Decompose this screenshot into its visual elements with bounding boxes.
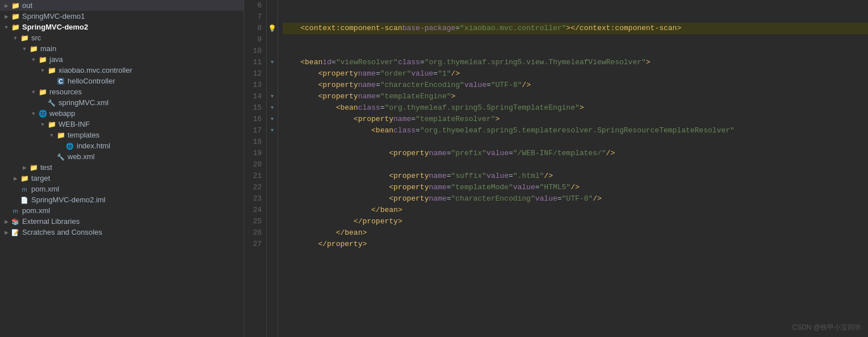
code-line-22: <property name="templateMode" value="HTM… (283, 182, 868, 193)
gutter-item-22 (267, 182, 278, 193)
label-webapp: webapp (49, 109, 244, 118)
line-num-13: 13 (249, 80, 262, 91)
tree-item-test[interactable]: ▶ 📁 test (0, 162, 244, 173)
line-num-6: 6 (249, 0, 262, 11)
code-line-25: </property> (283, 216, 868, 227)
label-resources: resources (49, 88, 244, 96)
tree-item-hello[interactable]: C helloController (0, 76, 244, 86)
arrow-springmvc-demo2: ▼ (2, 24, 10, 30)
code-line-15: <bean class="org.thymeleaf.spring5.Sprin… (283, 102, 868, 114)
gutter-item-24 (267, 205, 278, 216)
arrow-scratches: ▶ (2, 230, 10, 235)
tree-item-pom2[interactable]: m pom.xml (0, 184, 244, 194)
label-springmvc-xml: springMVC.xml (58, 98, 244, 107)
arrow-resources: ▼ (30, 89, 37, 95)
tree-item-out[interactable]: ▶ 📁 out (0, 0, 244, 11)
arrow-main: ▼ (20, 46, 28, 52)
arrow-test: ▶ (20, 165, 28, 170)
label-scratches: Scratches and Consoles (22, 228, 244, 236)
arrow-controller: ▼ (39, 68, 47, 73)
line-num-12: 12 (249, 68, 262, 80)
icon-test: 📁 (28, 164, 39, 172)
arrow-java: ▼ (30, 57, 37, 63)
label-webinf: WEB-INF (58, 120, 244, 128)
code-line-17: <bean class="org.thymeleaf.spring5.templ… (283, 125, 868, 136)
code-line-23: <property name="characterEncoding" value… (283, 193, 868, 205)
line-num-10: 10 (249, 45, 262, 57)
tree-item-extlibs[interactable]: ▶ 📚 External Libraries (0, 216, 244, 227)
tree-item-webinf[interactable]: ▼ 📁 WEB-INF (0, 119, 244, 130)
gutter-item-15: ▼ (267, 102, 278, 114)
gutter-item-8: 💡 (267, 23, 278, 34)
code-line-13: <property name="characterEncoding" value… (283, 80, 868, 91)
icon-controller: 📁 (47, 66, 57, 74)
code-line-27: </property> (283, 239, 868, 250)
label-springmvc-demo1: SpringMVC-demo1 (22, 12, 244, 20)
line-num-22: 22 (249, 182, 262, 193)
arrow-out: ▶ (2, 3, 10, 9)
code-line-18 (283, 136, 868, 148)
line-num-23: 23 (249, 193, 262, 205)
arrow-webinf: ▼ (39, 122, 47, 127)
icon-springmvc-demo1: 📁 (10, 13, 20, 20)
icon-resources: 📁 (37, 88, 48, 96)
icon-pom2: m (19, 185, 30, 193)
code-line-21: <property name="suffix" value=".html"/> (283, 170, 868, 182)
gutter-item-25 (267, 216, 278, 227)
tree-item-templates[interactable]: ▼ 📁 templates (0, 130, 244, 140)
icon-springmvc-demo2: 📁 (10, 23, 20, 31)
gutter-item-13 (267, 80, 278, 91)
icon-out: 📁 (10, 2, 20, 10)
gutter-item-20 (267, 159, 278, 170)
line-num-7: 7 (249, 11, 262, 23)
code-line-7 (283, 11, 868, 23)
tree-item-java[interactable]: ▼ 📁 java (0, 54, 244, 65)
code-line-6 (283, 0, 868, 11)
tree-item-main[interactable]: ▼ 📁 main (0, 43, 244, 54)
icon-web-xml: 🔧 (56, 153, 66, 161)
line-num-14: 14 (249, 91, 262, 102)
gutter-item-27 (267, 239, 278, 250)
gutter-item-12 (267, 68, 278, 80)
icon-templates: 📁 (56, 131, 66, 139)
label-hello: helloController (68, 77, 244, 85)
tree-item-controller[interactable]: ▼ 📁 xiaobao.mvc.controller (0, 65, 244, 76)
label-out: out (22, 1, 244, 10)
tree-item-scratches[interactable]: ▶ 📝 Scratches and Consoles (0, 227, 244, 238)
tree-item-pom1[interactable]: m pom.xml (0, 205, 244, 216)
code-line-9 (283, 34, 868, 45)
gutter-item-16: ▼ (267, 114, 278, 125)
line-num-11: 11 (249, 57, 262, 68)
tree-item-iml[interactable]: 📄 SpringMVC-demo2.iml (0, 194, 244, 205)
tree-item-src[interactable]: ▼ 📁 src (0, 32, 244, 43)
label-target: target (31, 174, 244, 182)
line-num-16: 16 (249, 114, 262, 125)
arrow-target: ▶ (11, 176, 19, 181)
tree-item-springmvc-demo2[interactable]: ▼ 📁 SpringMVC-demo2 (0, 22, 244, 32)
arrow-springmvc-demo1: ▶ (2, 14, 10, 19)
tree-item-springmvc-xml[interactable]: 🔧 springMVC.xml (0, 97, 244, 108)
tree-item-resources[interactable]: ▼ 📁 resources (0, 86, 244, 97)
tree-item-target[interactable]: ▶ 📁 target (0, 173, 244, 184)
gutter-item-6 (267, 0, 278, 11)
line-num-9: 9 (249, 34, 262, 45)
label-pom1: pom.xml (22, 206, 244, 215)
icon-springmvc-xml: 🔧 (47, 99, 57, 107)
label-controller: xiaobao.mvc.controller (58, 66, 244, 74)
tree-item-index-html[interactable]: 🌐 index.html (0, 140, 244, 151)
icon-hello: C (56, 77, 66, 85)
code-line-14: <property name="templateEngine"> (283, 91, 868, 102)
label-test: test (40, 163, 244, 172)
icon-src: 📁 (19, 34, 30, 42)
tree-item-webapp[interactable]: ▼ 🌐 webapp (0, 108, 244, 119)
gutter-item-19 (267, 148, 278, 159)
gutter-item-18 (267, 136, 278, 148)
icon-scratches: 📝 (10, 228, 20, 236)
gutter-item-9 (267, 34, 278, 45)
tree-item-springmvc-demo1[interactable]: ▶ 📁 SpringMVC-demo1 (0, 11, 244, 22)
label-templates: templates (68, 131, 244, 139)
label-iml: SpringMVC-demo2.iml (31, 195, 244, 204)
line-num-24: 24 (249, 205, 262, 216)
tree-item-web-xml[interactable]: 🔧 web.xml (0, 151, 244, 162)
line-num-18: 18 (249, 136, 262, 148)
